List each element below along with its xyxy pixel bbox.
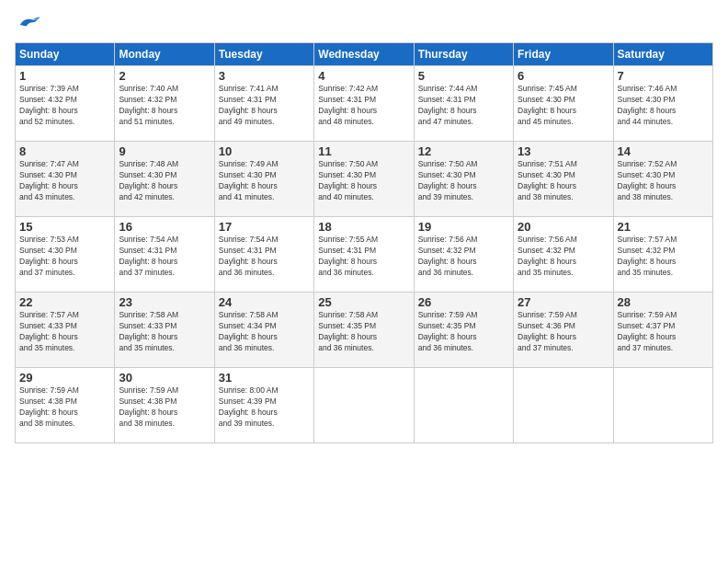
calendar-cell: 25Sunrise: 7:58 AM Sunset: 4:35 PM Dayli… [314, 293, 414, 368]
day-number: 27 [518, 295, 609, 309]
day-info: Sunrise: 7:57 AM Sunset: 4:33 PM Dayligh… [19, 310, 110, 354]
day-number: 24 [219, 295, 310, 309]
logo [15, 15, 44, 35]
day-info: Sunrise: 7:46 AM Sunset: 4:30 PM Dayligh… [618, 84, 709, 128]
day-info: Sunrise: 7:39 AM Sunset: 4:32 PM Dayligh… [19, 84, 110, 128]
calendar-cell: 2Sunrise: 7:40 AM Sunset: 4:32 PM Daylig… [115, 66, 214, 142]
calendar-cell: 10Sunrise: 7:49 AM Sunset: 4:30 PM Dayli… [214, 142, 313, 217]
day-info: Sunrise: 7:59 AM Sunset: 4:35 PM Dayligh… [418, 310, 509, 354]
day-info: Sunrise: 7:51 AM Sunset: 4:30 PM Dayligh… [518, 159, 609, 203]
calendar-cell: 30Sunrise: 7:59 AM Sunset: 4:38 PM Dayli… [115, 368, 214, 443]
calendar-cell: 14Sunrise: 7:52 AM Sunset: 4:30 PM Dayli… [613, 142, 712, 217]
day-info: Sunrise: 8:00 AM Sunset: 4:39 PM Dayligh… [219, 385, 310, 430]
day-info: Sunrise: 7:55 AM Sunset: 4:31 PM Dayligh… [318, 235, 409, 279]
day-info: Sunrise: 7:44 AM Sunset: 4:31 PM Dayligh… [418, 84, 509, 128]
calendar-header-row: SundayMondayTuesdayWednesdayThursdayFrid… [16, 43, 713, 66]
day-number: 26 [418, 295, 509, 309]
calendar-cell: 3Sunrise: 7:41 AM Sunset: 4:31 PM Daylig… [214, 66, 313, 142]
calendar-cell [414, 368, 513, 443]
day-info: Sunrise: 7:52 AM Sunset: 4:30 PM Dayligh… [618, 159, 709, 203]
calendar-cell: 31Sunrise: 8:00 AM Sunset: 4:39 PM Dayli… [214, 368, 313, 443]
day-info: Sunrise: 7:56 AM Sunset: 4:32 PM Dayligh… [418, 235, 509, 279]
calendar-cell: 21Sunrise: 7:57 AM Sunset: 4:32 PM Dayli… [613, 217, 712, 293]
day-info: Sunrise: 7:59 AM Sunset: 4:37 PM Dayligh… [618, 310, 709, 354]
calendar-cell: 29Sunrise: 7:59 AM Sunset: 4:38 PM Dayli… [16, 368, 115, 443]
day-info: Sunrise: 7:58 AM Sunset: 4:33 PM Dayligh… [119, 310, 210, 354]
day-info: Sunrise: 7:54 AM Sunset: 4:31 PM Dayligh… [119, 235, 210, 279]
logo-bird-icon [15, 15, 40, 35]
day-info: Sunrise: 7:45 AM Sunset: 4:30 PM Dayligh… [518, 84, 609, 128]
calendar-cell: 13Sunrise: 7:51 AM Sunset: 4:30 PM Dayli… [514, 142, 613, 217]
calendar-week-row: 29Sunrise: 7:59 AM Sunset: 4:38 PM Dayli… [16, 368, 713, 443]
day-number: 21 [618, 220, 709, 234]
calendar-table: SundayMondayTuesdayWednesdayThursdayFrid… [15, 42, 713, 443]
day-info: Sunrise: 7:56 AM Sunset: 4:32 PM Dayligh… [518, 235, 609, 279]
col-header-saturday: Saturday [613, 43, 712, 66]
calendar-cell: 7Sunrise: 7:46 AM Sunset: 4:30 PM Daylig… [613, 66, 712, 142]
day-info: Sunrise: 7:57 AM Sunset: 4:32 PM Dayligh… [618, 235, 709, 279]
day-number: 20 [518, 220, 609, 234]
calendar-container: SundayMondayTuesdayWednesdayThursdayFrid… [0, 0, 728, 563]
day-number: 9 [119, 144, 210, 158]
calendar-cell: 4Sunrise: 7:42 AM Sunset: 4:31 PM Daylig… [314, 66, 414, 142]
day-info: Sunrise: 7:53 AM Sunset: 4:30 PM Dayligh… [19, 235, 110, 279]
calendar-cell: 12Sunrise: 7:50 AM Sunset: 4:30 PM Dayli… [414, 142, 513, 217]
day-info: Sunrise: 7:58 AM Sunset: 4:34 PM Dayligh… [219, 310, 310, 354]
day-number: 10 [219, 144, 310, 158]
day-info: Sunrise: 7:59 AM Sunset: 4:38 PM Dayligh… [19, 385, 110, 430]
calendar-cell: 15Sunrise: 7:53 AM Sunset: 4:30 PM Dayli… [16, 217, 115, 293]
calendar-cell: 24Sunrise: 7:58 AM Sunset: 4:34 PM Dayli… [214, 293, 313, 368]
calendar-week-row: 22Sunrise: 7:57 AM Sunset: 4:33 PM Dayli… [16, 293, 713, 368]
day-info: Sunrise: 7:48 AM Sunset: 4:30 PM Dayligh… [119, 159, 210, 203]
calendar-cell: 17Sunrise: 7:54 AM Sunset: 4:31 PM Dayli… [214, 217, 313, 293]
calendar-cell: 19Sunrise: 7:56 AM Sunset: 4:32 PM Dayli… [414, 217, 513, 293]
day-number: 7 [618, 69, 709, 83]
day-number: 1 [19, 69, 110, 83]
day-number: 16 [119, 220, 210, 234]
calendar-cell: 9Sunrise: 7:48 AM Sunset: 4:30 PM Daylig… [115, 142, 214, 217]
col-header-tuesday: Tuesday [214, 43, 313, 66]
calendar-cell: 28Sunrise: 7:59 AM Sunset: 4:37 PM Dayli… [613, 293, 712, 368]
day-number: 15 [19, 220, 110, 234]
calendar-week-row: 8Sunrise: 7:47 AM Sunset: 4:30 PM Daylig… [16, 142, 713, 217]
day-info: Sunrise: 7:47 AM Sunset: 4:30 PM Dayligh… [19, 159, 110, 203]
day-number: 11 [318, 144, 409, 158]
day-number: 22 [19, 295, 110, 309]
day-info: Sunrise: 7:54 AM Sunset: 4:31 PM Dayligh… [219, 235, 310, 279]
day-number: 3 [219, 69, 310, 83]
day-number: 5 [418, 69, 509, 83]
col-header-thursday: Thursday [414, 43, 513, 66]
day-number: 31 [219, 371, 310, 385]
day-info: Sunrise: 7:50 AM Sunset: 4:30 PM Dayligh… [318, 159, 409, 203]
calendar-cell: 20Sunrise: 7:56 AM Sunset: 4:32 PM Dayli… [514, 217, 613, 293]
day-number: 4 [318, 69, 409, 83]
day-number: 28 [618, 295, 709, 309]
calendar-cell [613, 368, 712, 443]
col-header-friday: Friday [514, 43, 613, 66]
calendar-cell: 26Sunrise: 7:59 AM Sunset: 4:35 PM Dayli… [414, 293, 513, 368]
day-info: Sunrise: 7:42 AM Sunset: 4:31 PM Dayligh… [318, 84, 409, 128]
calendar-week-row: 15Sunrise: 7:53 AM Sunset: 4:30 PM Dayli… [16, 217, 713, 293]
calendar-cell: 5Sunrise: 7:44 AM Sunset: 4:31 PM Daylig… [414, 66, 513, 142]
day-number: 17 [219, 220, 310, 234]
calendar-cell [514, 368, 613, 443]
day-number: 12 [418, 144, 509, 158]
day-number: 13 [518, 144, 609, 158]
day-number: 8 [19, 144, 110, 158]
calendar-cell: 6Sunrise: 7:45 AM Sunset: 4:30 PM Daylig… [514, 66, 613, 142]
calendar-cell: 23Sunrise: 7:58 AM Sunset: 4:33 PM Dayli… [115, 293, 214, 368]
calendar-cell: 1Sunrise: 7:39 AM Sunset: 4:32 PM Daylig… [16, 66, 115, 142]
day-number: 2 [119, 69, 210, 83]
calendar-cell [314, 368, 414, 443]
calendar-cell: 11Sunrise: 7:50 AM Sunset: 4:30 PM Dayli… [314, 142, 414, 217]
col-header-wednesday: Wednesday [314, 43, 414, 66]
day-number: 14 [618, 144, 709, 158]
calendar-cell: 8Sunrise: 7:47 AM Sunset: 4:30 PM Daylig… [16, 142, 115, 217]
day-info: Sunrise: 7:41 AM Sunset: 4:31 PM Dayligh… [219, 84, 310, 128]
col-header-monday: Monday [115, 43, 214, 66]
day-info: Sunrise: 7:59 AM Sunset: 4:36 PM Dayligh… [518, 310, 609, 354]
day-info: Sunrise: 7:50 AM Sunset: 4:30 PM Dayligh… [418, 159, 509, 203]
header [15, 15, 713, 35]
day-info: Sunrise: 7:40 AM Sunset: 4:32 PM Dayligh… [119, 84, 210, 128]
day-info: Sunrise: 7:59 AM Sunset: 4:38 PM Dayligh… [119, 385, 210, 430]
